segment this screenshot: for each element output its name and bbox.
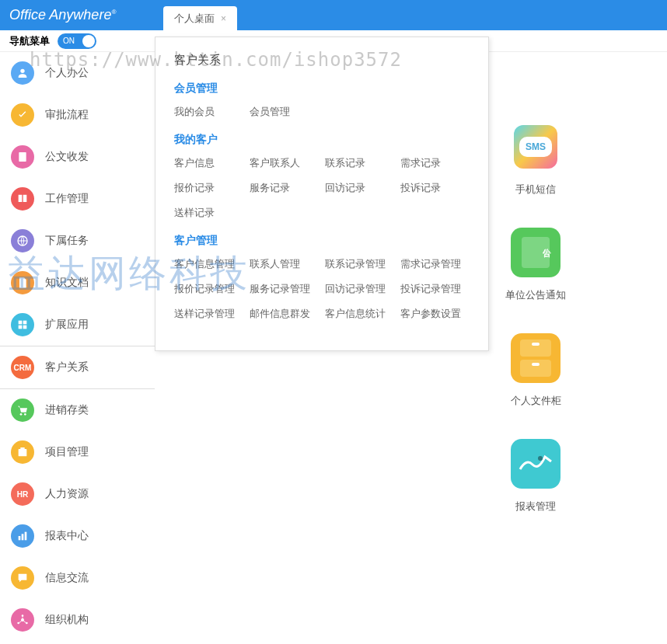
sidebar: 个人办公审批流程公文收发工作管理下属任务知识文档扩展应用CRM客户关系进销存类项…: [0, 52, 155, 644]
sidebar-item-label: 知识文档: [45, 276, 89, 290]
chat-icon: [11, 566, 34, 590]
svg-point-7: [20, 413, 23, 416]
check-icon: [11, 103, 34, 127]
toggle-knob: [82, 35, 95, 47]
flyout-link[interactable]: 我的会员: [174, 105, 243, 119]
sidebar-item-label: 组织机构: [45, 613, 89, 627]
svg-rect-3: [19, 321, 23, 325]
sidebar-item-2[interactable]: 公文收发: [0, 136, 155, 178]
sidebar-item-label: 信息交流: [45, 571, 89, 585]
flyout-link[interactable]: 报价记录管理: [174, 282, 243, 296]
flyout-link[interactable]: 服务记录: [250, 181, 319, 195]
flyout-link[interactable]: 联系记录管理: [325, 257, 394, 271]
svg-rect-6: [23, 325, 27, 329]
flyout-link[interactable]: 报价记录: [174, 181, 243, 195]
globe-icon: [11, 229, 34, 252]
app-label: 手机短信: [515, 183, 556, 197]
flyout-link[interactable]: 回访记录: [325, 181, 394, 195]
cart-icon: [11, 399, 34, 422]
flyout-link[interactable]: 客户信息: [174, 156, 243, 170]
sidebar-item-12[interactable]: 信息交流: [0, 557, 155, 599]
proj-icon: [11, 440, 34, 464]
grid-icon: [11, 313, 34, 336]
app-cabinet[interactable]: 个人文件柜: [505, 333, 567, 408]
sidebar-item-label: 扩展应用: [45, 318, 89, 332]
sidebar-item-label: 报表中心: [45, 529, 89, 543]
tab-label: 个人桌面: [174, 12, 215, 26]
svg-rect-11: [19, 536, 21, 540]
sidebar-item-label: 个人办公: [45, 66, 89, 80]
sidebar-item-3[interactable]: 工作管理: [0, 178, 155, 220]
flyout-link-grid: 我的会员会员管理: [174, 105, 470, 119]
flyout-link[interactable]: 会员管理: [250, 105, 319, 119]
book-icon: [11, 187, 34, 211]
flyout-link[interactable]: 联系记录: [325, 156, 394, 170]
sidebar-item-label: 审批流程: [45, 108, 89, 122]
flyout-title: 客户关系: [174, 53, 470, 68]
sidebar-item-label: 下属任务: [45, 234, 89, 248]
flyout-link[interactable]: 投诉记录: [400, 181, 470, 195]
flyout-link[interactable]: 客户信息管理: [174, 257, 243, 271]
flyout-heading: 会员管理: [174, 82, 470, 96]
chart-icon: [11, 524, 34, 548]
sidebar-item-7[interactable]: CRM客户关系: [0, 346, 155, 389]
close-icon[interactable]: ×: [221, 13, 226, 24]
sidebar-item-0[interactable]: 个人办公: [0, 52, 155, 94]
flyout-link[interactable]: 送样记录: [174, 206, 243, 220]
flyout-link[interactable]: 联系人管理: [250, 257, 319, 271]
tab-personal-desktop[interactable]: 个人桌面 ×: [163, 6, 237, 31]
nav-toggle[interactable]: ON: [58, 33, 96, 49]
file-icon: [11, 271, 34, 294]
svg-rect-9: [19, 449, 27, 456]
sidebar-item-1[interactable]: 审批流程: [0, 94, 155, 136]
sidebar-item-13[interactable]: 组织机构: [0, 599, 155, 641]
sidebar-item-6[interactable]: 扩展应用: [0, 304, 155, 346]
svg-point-16: [17, 622, 19, 625]
tab-bar: 个人桌面 ×: [163, 6, 237, 31]
app-label: 单位公告通知: [505, 288, 566, 302]
flyout-link[interactable]: 需求记录: [400, 156, 470, 170]
svg-rect-13: [25, 532, 27, 541]
flyout-link[interactable]: 送样记录管理: [174, 307, 243, 321]
flyout-link[interactable]: 客户联系人: [250, 156, 319, 170]
flyout-link[interactable]: 邮件信息群发: [250, 307, 319, 321]
app-label: 个人文件柜: [511, 394, 561, 408]
sidebar-item-label: 工作管理: [45, 192, 89, 206]
sidebar-item-8[interactable]: 进销存类: [0, 389, 155, 431]
sms-icon: SMS: [511, 122, 560, 172]
flyout-link[interactable]: 回访记录管理: [325, 282, 394, 296]
flyout-link[interactable]: 客户信息统计: [325, 307, 394, 321]
sidebar-item-5[interactable]: 知识文档: [0, 262, 155, 304]
flyout-heading: 客户管理: [174, 234, 470, 248]
flyout-link[interactable]: 需求记录管理: [400, 257, 470, 271]
flyout-link[interactable]: 投诉记录管理: [400, 282, 470, 296]
svg-rect-1: [19, 152, 26, 162]
flyout-link[interactable]: 客户参数设置: [400, 307, 470, 321]
flyout-heading: 我的客户: [174, 133, 470, 147]
app-notice[interactable]: 公告单位公告通知: [505, 228, 567, 302]
app-label: 报表管理: [515, 500, 556, 513]
flyout-link-grid: 客户信息管理联系人管理联系记录管理需求记录管理报价记录管理服务记录管理回访记录管…: [174, 257, 470, 321]
user-icon: [11, 61, 34, 85]
flyout-section: 会员管理我的会员会员管理: [174, 82, 470, 119]
crm-icon: CRM: [11, 356, 34, 379]
flyout-panel: 客户关系 会员管理我的会员会员管理我的客户客户信息客户联系人联系记录需求记录报价…: [155, 37, 489, 351]
app-sms[interactable]: SMS手机短信: [505, 122, 567, 197]
flyout-link[interactable]: 服务记录管理: [250, 282, 319, 296]
sidebar-item-4[interactable]: 下属任务: [0, 220, 155, 262]
sidebar-item-10[interactable]: HR人力资源: [0, 473, 155, 515]
app-report[interactable]: 报表管理: [505, 439, 567, 513]
svg-point-15: [22, 614, 24, 617]
sidebar-item-label: 项目管理: [45, 445, 89, 459]
svg-point-18: [538, 456, 543, 461]
flyout-section: 客户管理客户信息管理联系人管理联系记录管理需求记录管理报价记录管理服务记录管理回…: [174, 234, 470, 321]
report-icon: [511, 439, 560, 489]
sidebar-item-label: 进销存类: [45, 403, 89, 417]
sidebar-item-11[interactable]: 报表中心: [0, 515, 155, 557]
notice-icon: 公告: [511, 228, 560, 277]
nav-menu-label: 导航菜单: [9, 34, 50, 48]
svg-rect-10: [20, 447, 24, 450]
sidebar-item-14[interactable]: 附件程序: [0, 641, 155, 644]
app-grid: SMS手机短信公告单位公告通知个人文件柜报表管理: [489, 122, 667, 513]
sidebar-item-9[interactable]: 项目管理: [0, 431, 155, 473]
